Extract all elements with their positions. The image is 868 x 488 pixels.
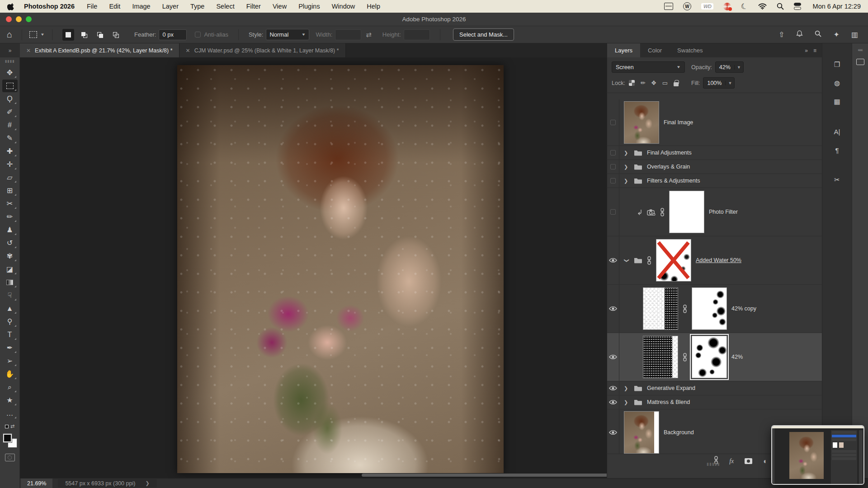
subtract-selection-mode-icon[interactable] — [94, 29, 106, 41]
panel-menu-icon[interactable]: ≡ — [813, 47, 816, 54]
layer-row-final-adjustments[interactable]: ❯Final Adjustments — [607, 146, 822, 160]
selection-brush-tool[interactable]: ✐ — [2, 106, 18, 118]
style-select[interactable]: Normal ▼ — [266, 29, 309, 40]
sharpen-tool[interactable]: ▲ — [2, 302, 18, 315]
home-icon[interactable]: ⌂ — [0, 29, 18, 40]
panel-tab-swatches[interactable]: Swatches — [670, 43, 710, 57]
lock-transparency-icon[interactable] — [629, 80, 635, 86]
menu-item-window[interactable]: Window — [326, 3, 361, 10]
mask-link-chain-icon[interactable] — [647, 256, 651, 265]
quick-mask-icon[interactable] — [5, 454, 15, 461]
menu-item-select[interactable]: Select — [210, 3, 240, 10]
smudge-tool[interactable]: ☟ — [2, 289, 18, 302]
search-icon[interactable] — [815, 30, 821, 39]
history-panel-icon[interactable]: ◍ — [830, 77, 844, 89]
close-tab-icon[interactable]: ✕ — [186, 47, 190, 54]
active-tool-preset[interactable]: ▼ — [26, 29, 48, 40]
layer-row-42-[interactable]: 42% — [607, 333, 822, 381]
clone-stamp-tool[interactable]: ♟ — [2, 224, 18, 236]
collapse-dock-icon[interactable]: «« — [858, 47, 862, 52]
lock-position-icon[interactable]: ✥ — [651, 80, 656, 86]
layer-visibility-eye-icon[interactable] — [607, 236, 619, 284]
screenshot-preview-thumbnail[interactable] — [771, 425, 864, 485]
star-tool[interactable]: ★ — [2, 394, 18, 407]
lock-all-icon[interactable] — [674, 82, 679, 86]
layer-row-generative-expand[interactable]: ❯Generative Expand — [607, 381, 822, 395]
add-selection-mode-icon[interactable] — [78, 29, 90, 41]
document-tab-1[interactable]: ✕Exhibit A ExtendB.psb @ 21.7% (42%, Lay… — [20, 43, 179, 57]
hand-tool[interactable]: ✋ — [2, 368, 18, 380]
width-input[interactable] — [335, 29, 361, 40]
feather-input[interactable] — [159, 29, 187, 40]
rectangular-marquee-tool[interactable] — [2, 80, 18, 92]
control-center-icon[interactable] — [794, 2, 801, 11]
timeline-scissors-panel-icon[interactable]: ✂ — [830, 174, 844, 186]
layer-row-added-water-50-[interactable]: ❯Added Water 50% — [607, 236, 822, 285]
layer-name[interactable]: Background — [664, 429, 694, 436]
opacity-control[interactable]: 42% ▼ — [715, 61, 744, 73]
layer-row-mattress-blend[interactable]: ❯Mattress & Blend — [607, 395, 822, 409]
toolbar-grip[interactable]: ▮▮▮▮ — [5, 57, 15, 66]
apple-menu-icon[interactable] — [7, 2, 18, 11]
type-tool[interactable]: T — [2, 328, 18, 341]
w-circle-status-icon[interactable]: W — [683, 2, 691, 11]
layer-visibility-eye-icon[interactable] — [607, 381, 619, 395]
layer-name[interactable]: 42% — [731, 354, 743, 360]
menu-item-help[interactable]: Help — [361, 3, 386, 10]
layer-thumbnail[interactable] — [643, 287, 678, 330]
layer-mask-thumbnail[interactable] — [692, 287, 727, 330]
menu-item-image[interactable]: Image — [126, 3, 156, 10]
chevron-right-icon[interactable]: ❯ — [624, 385, 629, 391]
mask-link-chain-icon[interactable] — [683, 305, 687, 313]
panel-tab-color[interactable]: Color — [640, 43, 670, 57]
layer-name[interactable]: Photo Filter — [709, 209, 738, 215]
new-selection-mode-icon[interactable] — [62, 29, 74, 41]
document-info[interactable]: 5547 px x 6933 px (300 ppi) ❯ — [58, 479, 156, 488]
layer-name[interactable]: Overlays & Grain — [647, 164, 690, 170]
layer-effects-icon[interactable]: fx — [729, 458, 734, 465]
zoom-tool[interactable]: ⌕ — [2, 381, 18, 394]
panel-resize-grip[interactable]: ▮▮▮▮▮ — [707, 462, 720, 466]
menu-item-plugins[interactable]: Plugins — [292, 3, 326, 10]
film-status-icon[interactable] — [664, 2, 673, 11]
layer-name[interactable]: Added Water 50% — [696, 257, 741, 263]
dodge-tool[interactable]: ⚲ — [2, 315, 18, 328]
layer-visibility-checkbox[interactable] — [607, 188, 619, 236]
mixer-brush-tool[interactable]: ✾ — [2, 250, 18, 263]
panel-collapse-icon[interactable]: » — [805, 47, 808, 54]
notifications-bell-icon[interactable] — [796, 30, 803, 39]
docked-panel-icon[interactable] — [856, 59, 864, 65]
layer-row-42-copy[interactable]: 42% copy — [607, 285, 822, 333]
share-icon[interactable]: ⇧ — [778, 30, 784, 39]
layer-visibility-eye-icon[interactable] — [607, 395, 619, 409]
layer-name[interactable]: Final Image — [664, 119, 693, 126]
workspace-panel-icon[interactable]: ▥ — [851, 30, 858, 39]
libraries-grid-panel-icon[interactable]: ▦ — [830, 96, 844, 108]
gradient-tool[interactable] — [2, 276, 18, 289]
layer-visibility-checkbox[interactable] — [607, 146, 619, 160]
layer-visibility-checkbox[interactable] — [607, 160, 619, 174]
layer-name[interactable]: Final Adjustments — [647, 150, 692, 156]
layer-visibility-eye-icon[interactable] — [607, 409, 619, 454]
layer-mask-thumbnail[interactable] — [656, 239, 691, 282]
document-image[interactable] — [177, 65, 504, 473]
wifi-icon[interactable] — [758, 2, 767, 11]
slice-tool[interactable]: ✂ — [2, 197, 18, 210]
layer-name[interactable]: Generative Expand — [647, 385, 695, 391]
foreground-background-swatches[interactable] — [3, 434, 17, 447]
app-menu-title[interactable]: Photoshop 2026 — [18, 3, 81, 10]
wd-drive-status-icon[interactable]: WD — [701, 2, 713, 11]
menu-item-filter[interactable]: Filter — [241, 3, 267, 10]
chevron-right-icon[interactable]: ❯ — [145, 480, 149, 486]
lock-pixels-brush-icon[interactable]: ✏ — [641, 80, 646, 86]
chevron-right-icon[interactable]: ❯ — [624, 178, 629, 184]
fill-control[interactable]: 100% ▼ — [703, 77, 735, 89]
layer-thumbnail[interactable] — [624, 101, 659, 144]
menu-item-view[interactable]: View — [267, 3, 292, 10]
default-colors-widget[interactable]: ⇄ — [5, 423, 14, 429]
menu-item-edit[interactable]: Edit — [103, 3, 126, 10]
eyedropper-tool[interactable]: ✎ — [2, 132, 18, 145]
patch-tool[interactable]: ▱ — [2, 171, 18, 184]
menu-item-type[interactable]: Type — [184, 3, 210, 10]
close-tab-icon[interactable]: ✕ — [26, 47, 31, 54]
